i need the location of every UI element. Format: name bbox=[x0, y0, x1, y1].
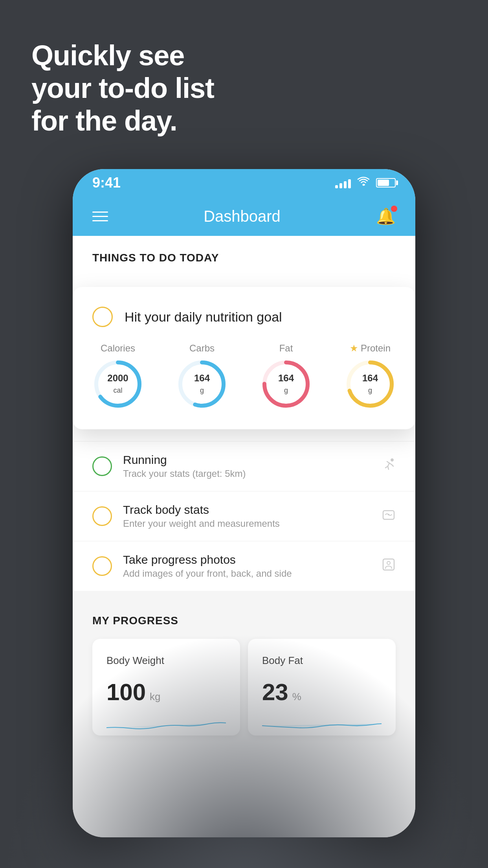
person-icon bbox=[382, 557, 396, 575]
body-weight-value: 100 kg bbox=[106, 679, 226, 706]
running-check-circle bbox=[92, 456, 112, 476]
things-section: THINGS TO DO TODAY bbox=[73, 236, 415, 276]
running-desc: Track your stats (target: 5km) bbox=[123, 468, 371, 479]
scale-icon bbox=[382, 508, 396, 525]
body-weight-number: 100 bbox=[106, 679, 146, 706]
nutrition-card: Hit your daily nutrition goal Calories 2… bbox=[73, 287, 415, 429]
nutrition-todo-label: Hit your daily nutrition goal bbox=[125, 309, 282, 325]
bodystats-desc: Enter your weight and measurements bbox=[123, 518, 371, 529]
calories-value: 2000cal bbox=[107, 373, 128, 395]
bodystats-content: Track body stats Enter your weight and m… bbox=[123, 503, 371, 529]
svg-point-12 bbox=[387, 561, 390, 565]
fat-value: 164g bbox=[278, 373, 294, 395]
nutrition-check-circle[interactable] bbox=[92, 307, 113, 327]
bodystats-title: Track body stats bbox=[123, 503, 371, 517]
notification-dot bbox=[391, 206, 397, 212]
status-bar: 9:41 bbox=[73, 169, 415, 197]
svg-point-0 bbox=[363, 184, 365, 186]
photos-check-circle bbox=[92, 556, 112, 576]
progress-cards: Body Weight 100 kg bbox=[92, 639, 396, 736]
protein-circle: ★ Protein 164g bbox=[345, 343, 396, 410]
body-weight-chart bbox=[106, 712, 226, 736]
body-fat-title: Body Fat bbox=[262, 655, 382, 667]
protein-label: ★ Protein bbox=[350, 343, 391, 354]
photos-desc: Add images of your front, back, and side bbox=[123, 568, 371, 579]
section-title: THINGS TO DO TODAY bbox=[92, 252, 396, 264]
wifi-icon bbox=[357, 176, 370, 190]
calories-ring: 2000cal bbox=[92, 359, 143, 410]
content-area: THINGS TO DO TODAY Hit your daily nutrit… bbox=[73, 236, 415, 837]
phone-mockup: 9:41 bbox=[73, 169, 415, 837]
headline-line3: for the day. bbox=[31, 105, 214, 137]
fat-label: Fat bbox=[279, 343, 293, 354]
calories-label: Calories bbox=[101, 343, 135, 354]
battery-icon bbox=[376, 178, 396, 188]
headline: Quickly see your to-do list for the day. bbox=[31, 39, 214, 137]
photos-title: Take progress photos bbox=[123, 553, 371, 566]
carbs-label: Carbs bbox=[189, 343, 215, 354]
running-icon bbox=[382, 458, 396, 475]
bodystats-check-circle bbox=[92, 506, 112, 526]
body-weight-title: Body Weight bbox=[106, 655, 226, 667]
body-fat-unit: % bbox=[292, 691, 301, 703]
nav-bar: Dashboard 🔔 bbox=[73, 197, 415, 236]
carbs-value: 164g bbox=[194, 373, 210, 395]
body-fat-value: 23 % bbox=[262, 679, 382, 706]
carbs-circle: Carbs 164g bbox=[176, 343, 227, 410]
photos-content: Take progress photos Add images of your … bbox=[123, 553, 371, 579]
body-weight-card: Body Weight 100 kg bbox=[92, 639, 240, 736]
body-weight-unit: kg bbox=[150, 691, 160, 703]
headline-line2: your to-do list bbox=[31, 72, 214, 105]
status-time: 9:41 bbox=[92, 175, 121, 191]
status-icons bbox=[335, 176, 396, 190]
body-fat-card: Body Fat 23 % bbox=[248, 639, 396, 736]
nutrition-circles: Calories 2000cal Carbs bbox=[92, 343, 396, 410]
svg-point-10 bbox=[388, 514, 389, 515]
progress-section: MY PROGRESS Body Weight 100 kg bbox=[73, 591, 415, 751]
protein-value: 164g bbox=[362, 373, 378, 395]
running-title: Running bbox=[123, 453, 371, 467]
notification-button[interactable]: 🔔 bbox=[376, 207, 396, 226]
nav-title: Dashboard bbox=[204, 208, 281, 225]
fat-circle: Fat 164g bbox=[261, 343, 312, 410]
star-icon: ★ bbox=[350, 343, 358, 354]
body-fat-number: 23 bbox=[262, 679, 288, 706]
list-item[interactable]: Running Track your stats (target: 5km) bbox=[73, 441, 415, 491]
fat-ring: 164g bbox=[261, 359, 312, 410]
list-item[interactable]: Take progress photos Add images of your … bbox=[73, 541, 415, 591]
body-fat-chart bbox=[262, 712, 382, 736]
menu-button[interactable] bbox=[92, 211, 108, 221]
protein-ring: 164g bbox=[345, 359, 396, 410]
headline-line1: Quickly see bbox=[31, 39, 214, 72]
running-content: Running Track your stats (target: 5km) bbox=[123, 453, 371, 479]
progress-title: MY PROGRESS bbox=[92, 614, 396, 627]
carbs-ring: 164g bbox=[176, 359, 227, 410]
signal-icon bbox=[335, 177, 351, 188]
list-item[interactable]: Track body stats Enter your weight and m… bbox=[73, 491, 415, 541]
calories-circle: Calories 2000cal bbox=[92, 343, 143, 410]
nutrition-todo-header: Hit your daily nutrition goal bbox=[92, 307, 396, 327]
